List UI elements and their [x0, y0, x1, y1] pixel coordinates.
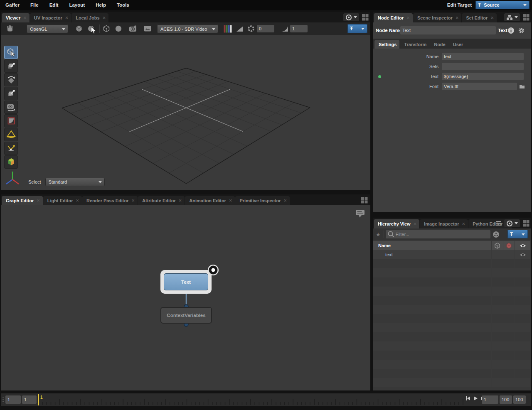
tab-node[interactable]: Node [430, 40, 448, 49]
viewer-focus-menu-button[interactable] [343, 13, 359, 21]
node-contextvariables[interactable]: ContextVariables [160, 307, 212, 324]
frame-ruler[interactable] [1, 393, 531, 406]
focus-ring-icon[interactable] [207, 263, 220, 277]
graph-canvas[interactable]: Text ContextVariables [1, 205, 370, 390]
tab-user[interactable]: User [449, 40, 466, 49]
range-end-field[interactable]: 100 [500, 395, 512, 404]
close-tab-icon[interactable] [456, 16, 459, 20]
close-tab-icon[interactable] [406, 16, 410, 20]
close-tab-icon[interactable] [65, 16, 69, 20]
menu-item-tools[interactable]: Tools [111, 0, 135, 10]
close-tab-icon[interactable] [23, 16, 27, 20]
exposure-field[interactable]: 0 [257, 25, 274, 32]
channels-button[interactable] [223, 24, 233, 33]
row-exclusions-cell[interactable] [503, 250, 515, 259]
browse-folder-button[interactable] [519, 84, 525, 90]
tab-settings[interactable]: Settings [374, 40, 399, 49]
camera-tool-button[interactable] [4, 101, 18, 114]
filter-input[interactable]: Filter... [386, 230, 490, 238]
tab-primitive-inspector[interactable]: Primitive Inspector [235, 196, 290, 205]
close-tab-icon[interactable] [132, 199, 135, 203]
rotate-tool-button[interactable] [4, 73, 18, 86]
skip-to-start-button[interactable] [466, 396, 470, 401]
light-bounce-tool-button[interactable] [4, 142, 18, 155]
node-editor-mode-button[interactable] [504, 13, 520, 21]
field-input-sets[interactable] [442, 63, 524, 70]
display-transform-dropdown[interactable]: ACES 1.0 - SDR Video [157, 25, 218, 33]
tab-viewer[interactable]: Viewer [2, 13, 30, 22]
gamma-button[interactable] [280, 24, 289, 33]
close-tab-icon[interactable] [37, 199, 40, 203]
tab-light-editor[interactable]: Light Editor [43, 196, 82, 205]
renderer-dropdown[interactable]: OpenGL [27, 25, 68, 33]
timeline-grip[interactable] [2, 397, 4, 403]
select-mode-dropdown[interactable]: Standard [45, 178, 105, 186]
scale-tool-button[interactable] [4, 87, 18, 100]
viewport-3d[interactable]: Select Standard [1, 35, 370, 190]
playhead[interactable] [38, 394, 39, 405]
frame-increment-field[interactable]: 1 [22, 395, 37, 404]
translate-tool-button[interactable] [4, 59, 18, 73]
tab-local-jobs[interactable]: Local Jobs [71, 13, 108, 22]
layout-grid-icon[interactable] [522, 220, 530, 227]
edit-target-dropdown[interactable]: Source [475, 1, 530, 9]
bookmark-star-icon[interactable] [373, 231, 384, 238]
node-name-input[interactable]: Text [400, 26, 496, 34]
close-tab-icon[interactable] [229, 199, 232, 203]
sphere-button[interactable] [113, 24, 123, 33]
shaded-cube-button[interactable] [74, 24, 84, 33]
playback-end-field[interactable]: 100 [513, 395, 526, 404]
tab-render-pass-editor[interactable]: Render Pass Editor [82, 196, 138, 205]
play-button[interactable] [473, 396, 478, 401]
pan-hand-button[interactable] [5, 24, 15, 33]
close-tab-icon[interactable] [179, 199, 182, 203]
image-pass-button[interactable] [142, 24, 153, 33]
tab-set-editor[interactable]: Set Editor [462, 13, 497, 22]
select-tool-button[interactable] [4, 46, 18, 59]
node-info-button[interactable] [507, 27, 515, 34]
close-tab-icon[interactable] [103, 16, 106, 20]
field-input-font[interactable]: Vera.ttf [442, 83, 517, 90]
current-frame-field[interactable]: 1 [5, 395, 21, 404]
row-inclusions-cell[interactable] [491, 250, 503, 259]
tab-uv-inspector[interactable]: UV Inspector [30, 13, 71, 22]
tab-node-editor[interactable]: Node Editor [374, 13, 413, 22]
close-tab-icon[interactable] [490, 16, 494, 20]
inclusions-column-header[interactable] [491, 241, 503, 250]
close-tab-icon[interactable] [284, 199, 287, 203]
exposure-button[interactable] [235, 24, 244, 33]
range-start-field[interactable]: 1 [482, 395, 498, 404]
tab-transform[interactable]: Transform [400, 40, 429, 49]
filter-settings-button[interactable] [493, 231, 500, 238]
layout-grid-icon[interactable] [522, 14, 530, 21]
wireframe-cube-button[interactable] [101, 24, 111, 33]
table-row[interactable]: text [373, 250, 530, 259]
tab-attribute-editor[interactable]: Attribute Editor [138, 196, 185, 205]
node-text[interactable]: Text [164, 273, 208, 290]
visibility-column-header[interactable] [515, 241, 530, 250]
hierarchy-focus-menu-button[interactable] [504, 219, 520, 227]
tab-image-inspector[interactable]: Image Inspector [420, 219, 468, 228]
camera-button[interactable] [128, 24, 138, 33]
exclusions-column-header[interactable] [503, 241, 515, 250]
layout-grid-icon[interactable] [362, 14, 369, 21]
close-tab-icon[interactable] [462, 222, 466, 226]
light-rotate-tool-button[interactable] [4, 128, 18, 141]
gamma-field[interactable]: 1 [290, 25, 308, 32]
tab-scene-inspector[interactable]: Scene Inspector [413, 13, 462, 22]
field-input-name[interactable]: text [442, 53, 524, 60]
crop-tool-button[interactable] [4, 114, 18, 128]
shaded-sphere-button[interactable] [86, 24, 97, 33]
menu-item-gaffer[interactable]: Gaffer [0, 0, 25, 10]
tab-hierarchy-view[interactable]: Hierarchy View [374, 219, 419, 228]
menu-item-edit[interactable]: Edit [44, 0, 64, 10]
scene-view-tool-button[interactable] [4, 155, 18, 169]
layout-grid-icon[interactable] [361, 196, 368, 204]
tab-graph-editor[interactable]: Graph Editor [2, 196, 43, 205]
menu-item-file[interactable]: File [25, 0, 44, 10]
hierarchy-pin-dropdown[interactable] [507, 230, 528, 238]
tab-animation-editor[interactable]: Animation Editor [185, 196, 235, 205]
close-tab-icon[interactable] [414, 222, 417, 226]
viewer-pin-dropdown[interactable] [347, 24, 367, 33]
hamburger-menu-icon[interactable] [495, 221, 502, 226]
